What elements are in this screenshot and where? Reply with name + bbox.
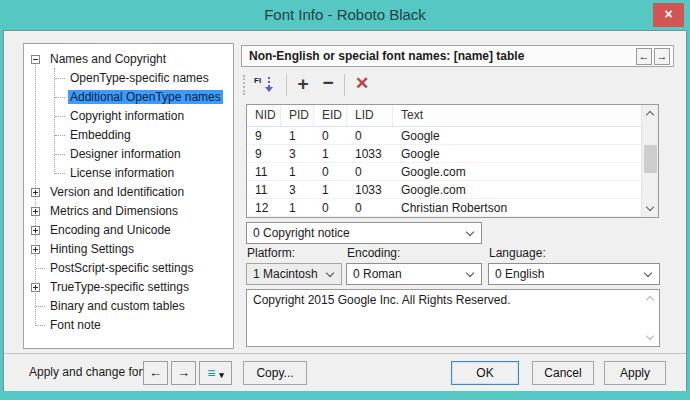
language-value: 0 English [495,267,544,281]
tree-item-label: Designer information [68,147,183,161]
menu-icon: ≡ [207,365,215,381]
bottom-bar: Apply and change font: ← → ≡ ▾ Copy... O… [4,353,686,391]
toolbar-grip [243,75,246,95]
collapse-icon[interactable] [31,55,40,64]
previous-section-button[interactable]: ← [636,48,652,65]
chevron-down-icon [646,332,654,340]
cell-lid: 0 [347,127,393,144]
tree-item-label: Metrics and Dimensions [48,204,180,218]
table-row[interactable]: 11 3 1 1033 Google.com [247,181,641,199]
expand-icon[interactable] [31,207,40,216]
delete-x-icon: ✕ [355,74,369,93]
close-button[interactable]: × [653,3,684,27]
tree-item-binary-and-custom-tables[interactable]: Binary and custom tables [24,297,233,316]
chevron-down-icon [466,228,474,236]
cell-eid: 1 [314,181,347,198]
platform-label: Platform: [247,246,295,260]
add-record-button[interactable]: + [291,72,315,98]
next-section-button[interactable]: → [654,48,670,65]
tree-item-postscript-specific-settings[interactable]: PostScript-specific settings [24,259,233,278]
font-list-menu-button[interactable]: ≡ ▾ [199,361,232,385]
tree-item-version-and-identification[interactable]: Version and Identification [24,183,233,202]
close-icon: × [664,6,672,22]
column-header-nid[interactable]: NID [247,105,281,126]
tree-item-font-note[interactable]: Font note [24,316,233,335]
platform-select[interactable]: 1 Macintosh [246,263,342,285]
scroll-down-button[interactable] [642,200,659,217]
column-header-lid[interactable]: LID [347,105,393,126]
record-type-select[interactable]: 0 Copyright notice [246,222,482,244]
chevron-up-icon [646,111,654,119]
cell-nid: 11 [247,163,281,180]
dotted-arrow-icon [268,77,270,87]
table-scrollbar[interactable] [641,105,658,217]
chevron-down-icon [644,269,652,277]
platform-value: 1 Macintosh [253,267,318,281]
expand-icon[interactable] [31,245,40,254]
copy-button[interactable]: Copy... [243,361,307,385]
tree-item-label: Binary and custom tables [48,299,187,313]
arrow-left-icon: ← [149,365,162,380]
cell-text: Google.com [393,163,641,180]
tree-item-hinting-settings[interactable]: Hinting Settings [24,240,233,259]
record-text-area[interactable]: Copyright 2015 Google Inc. All Rights Re… [246,289,660,347]
cell-text: Google [393,145,641,162]
cell-text: Google [393,127,641,144]
tree-item-designer-information[interactable]: Designer information [24,145,233,164]
tree-item-label: Hinting Settings [48,242,136,256]
apply-button[interactable]: Apply [604,361,666,385]
language-select[interactable]: 0 English [488,263,660,285]
table-row[interactable]: 12 1 0 0 Christian Robertson [247,199,641,217]
font-info-dialog: Font Info - Roboto Black × Names and Cop… [0,0,690,400]
tree-item-label: Font note [48,318,103,332]
cell-pid: 1 [281,127,314,144]
table-row[interactable]: 9 1 0 0 Google [247,127,641,145]
next-font-button[interactable]: → [171,361,196,385]
tree-item-names-and-copyright[interactable]: Names and Copyright [24,50,233,69]
textarea-scrollbar[interactable] [642,290,659,346]
tree-item-metrics-and-dimensions[interactable]: Metrics and Dimensions [24,202,233,221]
tree-item-label: Encoding and Unicode [48,223,173,237]
cell-nid: 12 [247,199,281,216]
table-header-row: NID PID EID LID Text [247,105,658,127]
tree-item-label: License information [68,166,176,180]
column-header-text[interactable]: Text [393,105,658,126]
tree-item-additional-opentype-names[interactable]: Additional OpenType names [24,88,233,107]
scroll-down-button[interactable] [642,329,659,346]
previous-font-button[interactable]: ← [143,361,168,385]
column-header-pid[interactable]: PID [281,105,314,126]
cell-text: Google.com [393,181,641,198]
encoding-select[interactable]: 0 Roman [346,263,482,285]
toolbar-separator [344,74,345,96]
tree-item-copyright-information[interactable]: Copyright information [24,107,233,126]
scroll-up-button[interactable] [642,290,659,307]
expand-icon[interactable] [31,226,40,235]
cell-pid: 3 [281,145,314,162]
name-records-table: NID PID EID LID Text 9 1 0 0 Google 9 3 … [246,104,659,218]
remove-record-button[interactable]: − [316,72,340,98]
cell-lid: 1033 [347,181,393,198]
expand-icon[interactable] [31,283,40,292]
tree-item-embedding[interactable]: Embedding [24,126,233,145]
delete-all-button[interactable]: ✕ [349,72,375,98]
column-header-eid[interactable]: EID [314,105,347,126]
cell-pid: 3 [281,181,314,198]
title-bar[interactable]: Font Info - Roboto Black × [0,0,690,30]
cell-eid: 1 [314,145,347,162]
tree-item-encoding-and-unicode[interactable]: Encoding and Unicode [24,221,233,240]
tree-item-opentype-specific-names[interactable]: OpenType-specific names [24,69,233,88]
expand-icon[interactable] [31,188,40,197]
tree-item-truetype-specific-settings[interactable]: TrueType-specific settings [24,278,233,297]
ok-button[interactable]: OK [451,361,519,385]
table-row[interactable]: 9 3 1 1033 Google [247,145,641,163]
tree-item-license-information[interactable]: License information [24,164,233,183]
scrollbar-thumb[interactable] [644,145,657,173]
table-body: 9 1 0 0 Google 9 3 1 1033 Google 11 1 0 [247,127,641,217]
cancel-button[interactable]: Cancel [532,361,594,385]
tree-item-label: Copyright information [68,109,186,123]
tree-item-label: OpenType-specific names [68,71,211,85]
field-icon: FI [254,76,261,85]
scroll-up-button[interactable] [642,105,659,122]
table-row[interactable]: 11 1 0 0 Google.com [247,163,641,181]
insert-field-button[interactable]: FI [249,72,283,98]
